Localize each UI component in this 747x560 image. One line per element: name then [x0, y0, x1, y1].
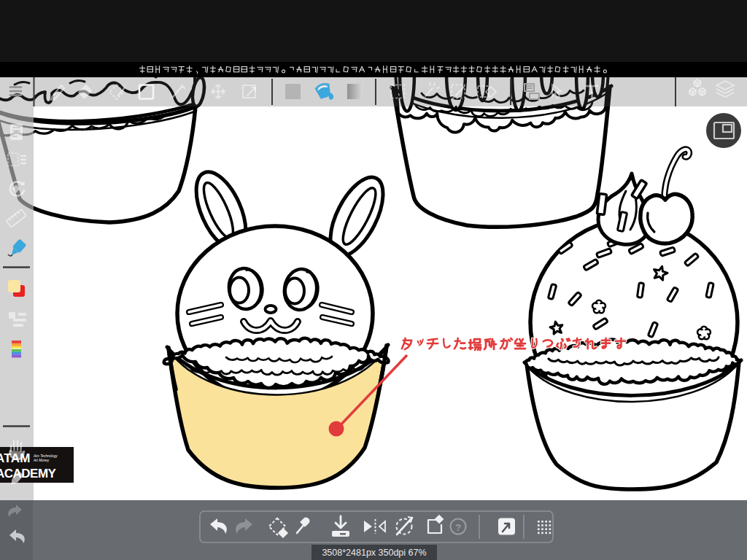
- svg-text:?: ?: [455, 522, 461, 533]
- svg-text:Art Money: Art Money: [33, 459, 50, 462]
- svg-text:Aim Technology: Aim Technology: [33, 454, 58, 458]
- svg-text:ACADEMY: ACADEMY: [0, 467, 57, 481]
- svg-text:3508*2481px 350dpi 67%: 3508*2481px 350dpi 67%: [322, 548, 426, 558]
